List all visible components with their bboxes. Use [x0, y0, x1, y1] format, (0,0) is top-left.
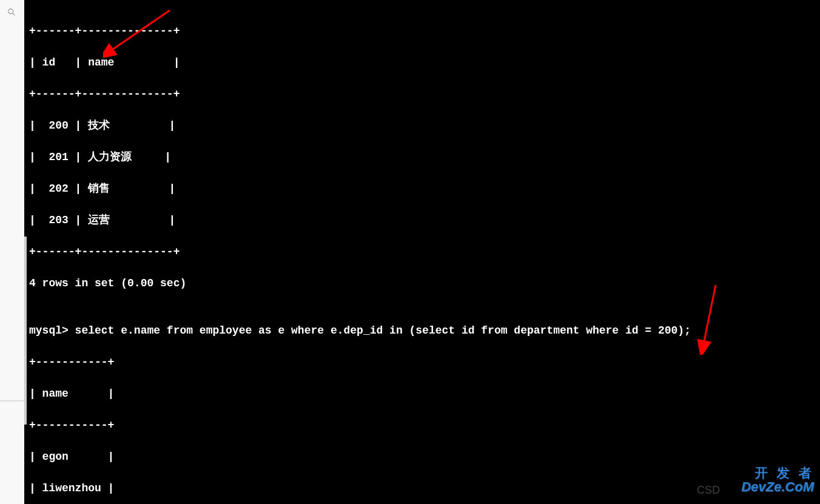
- svg-point-0: [8, 9, 13, 14]
- watermark-text-bottom: DevZe.CoM: [741, 479, 814, 495]
- table-border: +------+--------------+: [29, 86, 815, 102]
- table-header: | id | name |: [29, 55, 815, 70]
- search-icon[interactable]: [7, 7, 16, 16]
- table-row: | egon |: [29, 449, 815, 465]
- table-border: +------+--------------+: [29, 244, 815, 260]
- svg-line-1: [13, 13, 15, 16]
- query-status: 4 rows in set (0.00 sec): [29, 275, 815, 291]
- table-border: +------+--------------+: [29, 23, 815, 39]
- table-border: +-----------+: [29, 417, 815, 433]
- table-row: | 202 | 销售 |: [29, 181, 815, 197]
- table-border: +-----------+: [29, 354, 815, 370]
- left-border-marker: [24, 237, 27, 425]
- sidebar-divider: [0, 400, 24, 402]
- terminal-output[interactable]: +------+--------------+ | id | name | +-…: [24, 0, 820, 504]
- table-row: | 200 | 技术 |: [29, 118, 815, 133]
- csdn-watermark: CSD: [697, 484, 720, 497]
- sql-query: mysql> select e.name from employee as e …: [29, 323, 815, 338]
- table-header: | name |: [29, 386, 815, 402]
- table-row: | 203 | 运营 |: [29, 212, 815, 228]
- table-row: | 201 | 人力资源 |: [29, 149, 815, 165]
- left-sidebar: [0, 0, 24, 504]
